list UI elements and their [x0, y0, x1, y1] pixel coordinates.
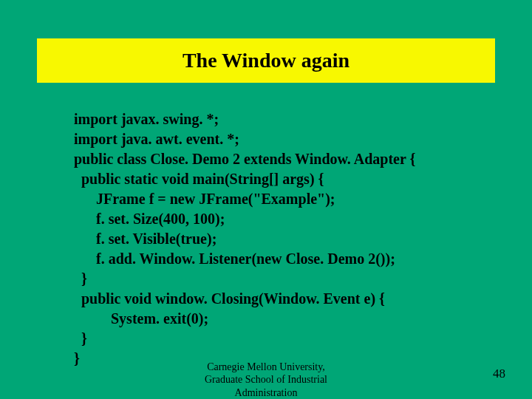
code-line: JFrame f = new JFrame("Example"); [74, 189, 532, 209]
code-line: } [74, 329, 532, 349]
code-line: } [74, 269, 532, 289]
footer-line: Administration [0, 386, 532, 400]
code-line: import java. awt. event. *; [74, 129, 532, 149]
footer-line: Carnegie Mellon University, [0, 361, 532, 374]
code-line: import javax. swing. *; [74, 109, 532, 129]
footer-line: Graduate School of Industrial [0, 373, 532, 386]
code-line: f. set. Size(400, 100); [74, 209, 532, 229]
code-line: public void window. Closing(Window. Even… [74, 289, 532, 309]
slide-title: The Window again [37, 49, 495, 72]
code-line: f. set. Visible(true); [74, 229, 532, 249]
footer: Carnegie Mellon University, Graduate Sch… [0, 361, 532, 400]
slide-title-bar: The Window again [37, 38, 495, 83]
page-number: 48 [493, 366, 505, 381]
code-line: System. exit(0); [74, 309, 532, 329]
code-line: f. add. Window. Listener(new Close. Demo… [74, 249, 532, 269]
code-line: public class Close. Demo 2 extends Windo… [74, 149, 532, 169]
code-block: import javax. swing. *; import java. awt… [74, 109, 532, 369]
code-line: public static void main(String[] args) { [74, 169, 532, 189]
